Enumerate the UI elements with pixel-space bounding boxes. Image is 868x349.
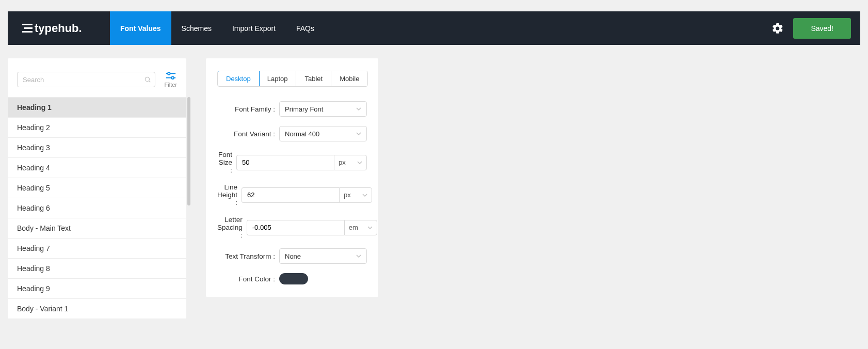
unit-letter-spacing[interactable]: em bbox=[344, 220, 377, 235]
sidebar: Filter Heading 1 Heading 2 Heading 3 Hea… bbox=[8, 58, 186, 319]
tab-laptop[interactable]: Laptop bbox=[259, 71, 297, 86]
input-letter-spacing[interactable] bbox=[247, 220, 344, 235]
label-font-color: Font Color : bbox=[217, 275, 275, 283]
filter-button[interactable]: Filter bbox=[165, 71, 177, 88]
row-font-family: Font Family : Primary Font bbox=[217, 101, 367, 117]
tab-label: Mobile bbox=[340, 75, 359, 83]
row-text-transform: Text Transform : None bbox=[217, 248, 367, 264]
sidebar-item-body-main[interactable]: Body - Main Text bbox=[8, 218, 186, 239]
item-list: Heading 1 Heading 2 Heading 3 Heading 4 … bbox=[8, 97, 186, 319]
row-font-color: Font Color : bbox=[217, 273, 367, 284]
sidebar-item-heading-4[interactable]: Heading 4 bbox=[8, 158, 186, 178]
sidebar-item-heading-8[interactable]: Heading 8 bbox=[8, 259, 186, 279]
row-letter-spacing: Letter Spacing : em bbox=[217, 216, 367, 239]
nav-import-export[interactable]: Import Export bbox=[222, 11, 286, 45]
chevron-down-icon bbox=[367, 225, 373, 230]
chevron-down-icon bbox=[356, 131, 361, 136]
label-font-size: Font Size : bbox=[217, 151, 232, 174]
chevron-down-icon bbox=[356, 106, 361, 112]
nav-schemes[interactable]: Schemes bbox=[171, 11, 222, 45]
list-item-label: Heading 3 bbox=[17, 144, 50, 152]
nav-label: Import Export bbox=[232, 24, 276, 33]
device-tabs: Desktop Laptop Tablet Mobile bbox=[217, 71, 368, 87]
label-line-height: Line Height : bbox=[217, 183, 237, 207]
chevron-down-icon bbox=[362, 193, 367, 198]
unit-value: px bbox=[344, 191, 351, 199]
sidebar-head: Filter bbox=[8, 58, 186, 97]
nav-label: Schemes bbox=[182, 24, 212, 33]
logo[interactable]: typehub. bbox=[8, 21, 110, 36]
tab-tablet[interactable]: Tablet bbox=[296, 71, 331, 86]
chevron-down-icon bbox=[356, 253, 361, 259]
sidebar-item-heading-9[interactable]: Heading 9 bbox=[8, 279, 186, 299]
row-font-size: Font Size : px bbox=[217, 151, 367, 174]
svg-line-4 bbox=[149, 81, 150, 83]
sidebar-item-body-variant-1[interactable]: Body - Variant 1 bbox=[8, 299, 186, 319]
select-font-variant[interactable]: Normal 400 bbox=[279, 126, 367, 141]
list-item-label: Heading 1 bbox=[17, 103, 52, 112]
unit-font-size[interactable]: px bbox=[334, 155, 367, 170]
sidebar-item-heading-1[interactable]: Heading 1 bbox=[8, 97, 186, 118]
sidebar-item-heading-3[interactable]: Heading 3 bbox=[8, 138, 186, 158]
tab-label: Desktop bbox=[226, 75, 251, 83]
select-value: None bbox=[285, 252, 301, 260]
list-item-label: Heading 9 bbox=[17, 284, 50, 293]
search-icon bbox=[144, 76, 151, 83]
label-font-family: Font Family : bbox=[217, 105, 275, 113]
unit-value: px bbox=[339, 158, 346, 166]
search-input[interactable] bbox=[17, 72, 155, 87]
color-picker[interactable] bbox=[279, 273, 308, 284]
label-text-transform: Text Transform : bbox=[217, 252, 275, 260]
list-item-label: Heading 8 bbox=[17, 264, 50, 273]
unit-value: em bbox=[349, 224, 358, 231]
nav-label: Font Values bbox=[120, 24, 161, 33]
input-line-height[interactable] bbox=[242, 187, 339, 203]
list-item-label: Heading 4 bbox=[17, 164, 50, 172]
scrollbar[interactable] bbox=[187, 97, 190, 205]
top-bar: typehub. Font Values Schemes Import Expo… bbox=[8, 11, 860, 45]
list-item-label: Heading 2 bbox=[17, 123, 50, 132]
select-value: Primary Font bbox=[285, 105, 323, 113]
search-wrap bbox=[17, 72, 155, 87]
list-scroll: Heading 1 Heading 2 Heading 3 Heading 4 … bbox=[8, 97, 186, 319]
list-item-label: Heading 5 bbox=[17, 184, 50, 192]
list-item-label: Heading 6 bbox=[17, 204, 50, 212]
svg-point-6 bbox=[168, 72, 170, 75]
logo-icon: typehub. bbox=[22, 21, 94, 36]
row-font-variant: Font Variant : Normal 400 bbox=[217, 126, 367, 141]
save-button[interactable]: Saved! bbox=[793, 18, 851, 39]
logo-text: typehub. bbox=[35, 22, 82, 35]
unit-line-height[interactable]: px bbox=[339, 187, 372, 203]
group-font-size: px bbox=[236, 155, 367, 170]
filter-label: Filter bbox=[165, 82, 177, 88]
group-line-height: px bbox=[242, 187, 372, 203]
input-font-size[interactable] bbox=[236, 155, 334, 170]
list-item-label: Body - Main Text bbox=[17, 224, 71, 232]
select-text-transform[interactable]: None bbox=[279, 248, 367, 264]
svg-rect-2 bbox=[22, 31, 33, 33]
gear-icon[interactable] bbox=[771, 22, 784, 35]
svg-point-3 bbox=[145, 77, 149, 81]
main-nav: Font Values Schemes Import Export FAQs bbox=[110, 11, 325, 45]
properties-panel: Desktop Laptop Tablet Mobile Font Family… bbox=[206, 58, 378, 297]
sidebar-item-heading-2[interactable]: Heading 2 bbox=[8, 118, 186, 138]
tab-mobile[interactable]: Mobile bbox=[331, 71, 367, 86]
sidebar-item-heading-7[interactable]: Heading 7 bbox=[8, 239, 186, 259]
content: Filter Heading 1 Heading 2 Heading 3 Hea… bbox=[0, 45, 868, 319]
group-letter-spacing: em bbox=[247, 220, 377, 235]
sidebar-item-heading-6[interactable]: Heading 6 bbox=[8, 198, 186, 218]
nav-font-values[interactable]: Font Values bbox=[110, 11, 171, 45]
sliders-icon bbox=[165, 71, 176, 81]
select-value: Normal 400 bbox=[285, 130, 319, 138]
label-letter-spacing: Letter Spacing : bbox=[217, 216, 243, 239]
sidebar-item-heading-5[interactable]: Heading 5 bbox=[8, 178, 186, 198]
row-line-height: Line Height : px bbox=[217, 183, 367, 207]
tab-desktop[interactable]: Desktop bbox=[217, 71, 260, 87]
svg-rect-0 bbox=[22, 24, 33, 25]
nav-faqs[interactable]: FAQs bbox=[286, 11, 325, 45]
svg-rect-1 bbox=[24, 27, 33, 29]
label-font-variant: Font Variant : bbox=[217, 130, 275, 138]
chevron-down-icon bbox=[357, 160, 362, 165]
svg-point-8 bbox=[171, 76, 174, 79]
select-font-family[interactable]: Primary Font bbox=[279, 101, 367, 117]
